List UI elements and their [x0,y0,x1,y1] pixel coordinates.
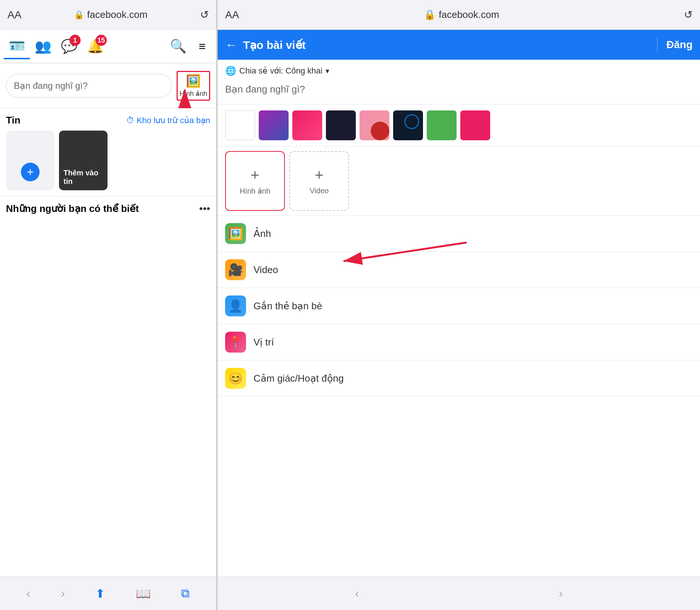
right-browser-bottom-nav: ‹ › [218,576,700,610]
plus-circle-icon: + [21,163,40,181]
nav-item-friends[interactable]: 👥 [30,33,56,59]
dang-button[interactable]: Đăng [666,39,693,51]
color-swatch-hotpink[interactable] [460,110,490,140]
globe-icon: 🌐 [225,66,236,76]
right-lock-icon: 🔒 [424,9,436,21]
nav-item-home[interactable]: 🪪 [4,33,30,59]
tin-section: Tin ⏱ Kho lưu trữ của bạn + Thêm vàotin [0,109,216,197]
tag-action-item[interactable]: 👤 Gắn thẻ bạn bè [218,288,700,324]
tabs-icon[interactable]: ⧉ [181,586,190,600]
tao-bai-back-button[interactable]: ← [225,38,237,52]
friends-icon: 👥 [35,38,52,54]
forward-button-right[interactable]: › [559,586,563,600]
nguoi-ban-title: Những người bạn có thể biết [6,203,139,215]
upload-photo-plus-icon: + [251,167,259,184]
video-action-item[interactable]: 🎥 Video [218,252,700,288]
color-swatch-dark-circle[interactable] [393,110,423,140]
right-browser-bar: AA 🔒 facebook.com ↺ [218,0,700,30]
media-upload-row: + Hình ảnh + Video [218,147,700,216]
hinh-anh-button[interactable]: 🖼️ Hình ảnh [177,71,210,101]
color-swatch-pink-face[interactable] [360,110,389,140]
messenger-badge: 1 [69,35,81,46]
photo-action-icon: 🖼️ [225,223,246,244]
right-panel: AA 🔒 facebook.com ↺ ← Tạo bài viết Đăng … [218,0,700,610]
forward-button-left[interactable]: › [61,586,65,600]
story-add-button[interactable]: + [6,131,55,190]
share-button-left[interactable]: ⬆ [95,586,105,601]
bookmarks-icon[interactable]: 📖 [136,586,151,601]
video-action-icon: 🎥 [225,259,246,280]
video-action-label: Video [253,264,278,276]
photo-icon: 🖼️ [186,74,201,88]
post-input-left[interactable]: Bạn đang nghĩ gì? [6,74,172,98]
tin-stories: + Thêm vàotin [6,131,210,190]
tin-header: Tin ⏱ Kho lưu trữ của bạn [6,115,210,126]
left-url-text: facebook.com [87,9,147,21]
kho-luu-tru-link[interactable]: ⏱ Kho lưu trữ của bạn [126,116,210,125]
left-browser-bar: AA 🔒 facebook.com ↺ [0,0,216,30]
privacy-text: Chia sẻ với: Công khai [239,66,323,76]
nguoi-ban-section: Những người bạn có thể biết ••• [0,197,216,220]
feeling-action-icon: 😊 [225,368,246,389]
tag-action-label: Gắn thẻ bạn bè [253,300,322,312]
tag-action-icon: 👤 [225,295,246,316]
menu-icon[interactable]: ≡ [193,40,212,53]
right-post-placeholder[interactable]: Bạn đang nghĩ gì? [225,81,693,98]
privacy-selector[interactable]: 🌐 Chia sẻ với: Công khai ▾ [225,66,693,76]
location-action-item[interactable]: 📍 Vị trí [218,324,700,360]
home-icon: 🪪 [9,38,25,54]
feeling-action-label: Cảm giác/Hoạt động [253,373,344,384]
location-action-icon: 📍 [225,332,246,353]
location-action-label: Vị trí [253,337,274,348]
nguoi-ban-more-options[interactable]: ••• [199,203,210,215]
right-aa-text: AA [225,9,239,21]
color-swatch-green[interactable] [427,110,457,140]
post-placeholder-left: Bạn đang nghĩ gì? [14,81,88,91]
left-post-create: Bạn đang nghĩ gì? 🖼️ Hình ảnh [0,63,216,109]
tin-title: Tin [6,115,21,126]
right-url-text: facebook.com [439,9,499,21]
story-dark-item[interactable]: Thêm vàotin [59,131,108,190]
right-url-bar: 🔒 facebook.com [245,9,678,21]
notifications-badge: 15 [96,35,107,46]
color-swatch-dark-stars[interactable] [326,110,356,140]
upload-video-label: Video [310,187,329,195]
nav-item-messenger[interactable]: 💬 1 [56,33,82,59]
upload-video-plus-icon: + [315,167,323,184]
color-swatch-purple-blue[interactable] [259,110,289,140]
background-color-picker [218,104,700,147]
hinh-anh-label: Hình ảnh [180,90,207,98]
upload-photo-box[interactable]: + Hình ảnh [225,151,285,211]
left-aa-text: AA [7,9,21,21]
left-panel: AA 🔒 facebook.com ↺ 🪪 👥 💬 1 🔔 15 [0,0,217,610]
feeling-action-item[interactable]: 😊 Cảm giác/Hoạt động [218,360,700,397]
photo-action-label: Ảnh [253,228,271,240]
upload-photo-label: Hình ảnh [240,187,270,195]
left-fb-nav: 🪪 👥 💬 1 🔔 15 🔍 ≡ [0,30,216,63]
them-vao-tin-label: Thêm vàotin [63,169,98,186]
color-swatch-pink[interactable] [292,110,322,140]
tao-bai-viet-header: ← Tạo bài viết Đăng [218,30,700,60]
nguoi-ban-header: Những người bạn có thể biết ••• [6,203,210,215]
upload-video-box[interactable]: + Video [289,151,349,211]
search-icon[interactable]: 🔍 [164,38,193,54]
back-button-right[interactable]: ‹ [355,586,359,600]
color-swatch-white[interactable] [225,110,255,140]
photo-action-item[interactable]: 🖼️ Ảnh [218,216,700,252]
left-url-bar: 🔒 facebook.com [27,9,194,21]
left-reload-icon[interactable]: ↺ [200,9,209,21]
left-lock-icon: 🔒 [74,10,84,20]
back-button-left[interactable]: ‹ [27,586,31,600]
left-browser-bottom-nav: ‹ › ⬆ 📖 ⧉ [0,576,216,610]
tao-bai-title: Tạo bài viết [243,38,648,51]
header-divider [657,37,657,52]
nav-item-notifications[interactable]: 🔔 15 [82,33,108,59]
right-reload-icon[interactable]: ↺ [684,9,693,21]
privacy-caret-icon: ▾ [326,66,329,75]
right-post-create: 🌐 Chia sẻ với: Công khai ▾ Bạn đang nghĩ… [218,60,700,104]
